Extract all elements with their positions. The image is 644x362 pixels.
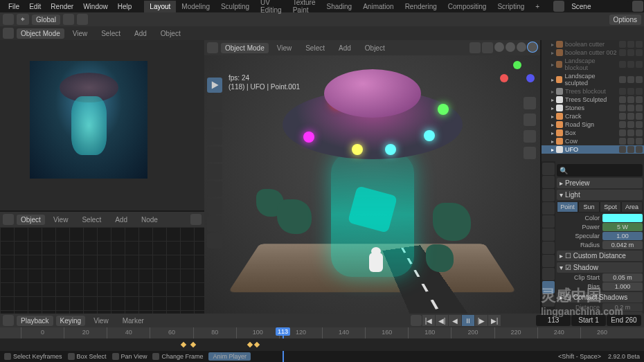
radius-value[interactable]: 0.042 m [602,241,643,249]
ws-tab-modeling[interactable]: Modeling [176,1,215,12]
global-dropdown[interactable]: Global [32,15,60,25]
sel-toggle-icon[interactable] [627,113,634,120]
sel-toggle-icon[interactable] [627,49,634,56]
shadow-header[interactable]: ▾ ☑ Shadow [557,262,643,273]
light-type-area[interactable]: Area [621,201,643,212]
render-preview-viewport[interactable] [0,40,204,212]
tl-menu-view[interactable]: View [88,315,114,327]
vp-menu-object-l[interactable]: Object [155,28,186,39]
preview-panel-header[interactable]: ▸ Preview [557,178,643,188]
vis-toggle-icon[interactable] [619,41,626,48]
select-tool-icon[interactable] [207,95,222,110]
outliner-item[interactable]: ▸Cow [542,137,644,145]
ptab-modifier-icon[interactable] [542,242,555,254]
bias-value[interactable]: 1.000 [602,282,643,291]
start-frame-field[interactable]: Start 1 [571,315,606,326]
camera-icon[interactable] [524,130,536,143]
node-editor-grid[interactable] [0,227,204,314]
persp-icon[interactable] [524,147,536,159]
ne-menu-add[interactable]: Add [109,214,133,226]
pan-icon[interactable] [524,114,536,126]
sel-toggle-icon[interactable] [627,129,634,136]
vis-toggle-icon[interactable] [619,96,626,103]
render-toggle-icon[interactable] [636,121,643,128]
vp-menu-select-l[interactable]: Select [96,28,126,39]
custom-distance-header[interactable]: ▸ ☐ Custom Distance [557,251,643,261]
cursor-icon[interactable] [3,14,14,25]
vp-menu-add[interactable]: Add [333,42,357,54]
keyframe[interactable] [254,342,260,347]
ptab-render-icon[interactable] [542,163,555,175]
playback-dropdown[interactable]: Playback [17,316,53,326]
sel-toggle-icon[interactable] [627,96,634,103]
annotate-tool-icon[interactable] [207,199,222,214]
tl-editor-icon[interactable] [3,315,14,326]
menu-file[interactable]: File [4,1,24,12]
outliner-item[interactable]: ▸Landscape blockout [542,57,644,72]
sel-toggle-icon[interactable] [627,61,634,68]
end-frame-field[interactable]: End 260 [607,315,641,326]
render-toggle-icon[interactable] [636,96,643,103]
vp-menu-select[interactable]: Select [300,42,330,54]
ws-tab-scripting[interactable]: Scripting [492,1,530,12]
sel-toggle-icon[interactable] [627,121,634,128]
viewport-main[interactable]: Object Mode View Select Add Object fps: … [204,40,540,314]
outliner-item[interactable]: ▸Crack [542,112,644,120]
ws-tab-texpaint[interactable]: Texture Paint [287,0,321,16]
outliner-item[interactable]: ▸Trees blockout [542,87,644,96]
outliner-item[interactable]: ▸Stones [542,104,644,112]
zoom-icon[interactable] [524,97,536,109]
menu-edit[interactable]: Edit [25,1,45,12]
viewlayer-icon[interactable] [632,1,643,12]
sel-toggle-icon[interactable] [627,88,634,95]
prev-kf-icon[interactable]: ◀| [436,315,448,326]
scale-tool-icon[interactable] [207,164,222,179]
next-kf-icon[interactable]: |▶ [475,315,488,326]
sel-toggle-icon[interactable] [627,146,634,153]
vis-toggle-icon[interactable] [619,49,626,56]
proportional-icon[interactable] [77,14,88,25]
rotate-tool-icon[interactable] [207,147,222,162]
snap-icon[interactable] [63,14,74,25]
render-toggle-icon[interactable] [636,88,643,95]
menu-window[interactable]: Window [79,1,112,12]
ptab-viewlayer-icon[interactable] [542,189,555,201]
render-toggle-icon[interactable] [636,76,643,83]
keyframe[interactable] [190,342,196,347]
light-panel-header[interactable]: ▾ Light [557,190,643,200]
options-dropdown[interactable]: Options [609,15,641,25]
power-value[interactable]: 5 W [602,223,643,231]
render-toggle-icon[interactable] [636,105,643,111]
tl-menu-marker[interactable]: Marker [117,315,150,327]
render-toggle-icon[interactable] [636,49,643,56]
vp-menu-object[interactable]: Object [359,42,391,54]
outliner-item[interactable]: ▸boolean cutter [542,40,644,48]
light-type-spot[interactable]: Spot [600,201,621,212]
cursor-tool-icon[interactable] [207,112,222,127]
render-toggle-icon[interactable] [636,113,643,120]
outliner-item[interactable]: ▸boolean cutter 002 [542,48,644,57]
solid-shading-icon[interactable] [506,42,515,52]
render-toggle-icon[interactable] [636,61,643,68]
sel-toggle-icon[interactable] [627,41,634,48]
transform-tool-icon[interactable] [207,181,222,197]
matprev-shading-icon[interactable] [517,42,526,52]
vp-menu-view[interactable]: View [271,42,298,54]
ptab-output-icon[interactable] [542,176,555,188]
play-tool-icon[interactable] [207,78,222,93]
vis-toggle-icon[interactable] [619,88,626,95]
menu-render[interactable]: Render [46,1,78,12]
specular-value[interactable]: 1.00 [602,232,643,240]
ptab-data-icon[interactable] [542,281,555,293]
vp-editor-type-icon[interactable] [207,42,218,53]
current-frame-field[interactable]: 113 [536,315,571,326]
outliner-item[interactable]: ▸Landscape sculpted [542,72,644,87]
vis-toggle-icon[interactable] [619,129,626,136]
xray-toggle-icon[interactable] [482,42,493,53]
ws-tab-uv[interactable]: UV Editing [255,0,287,16]
pause-icon[interactable]: ⏸ [462,315,474,326]
ptab-world-icon[interactable] [542,215,555,228]
measure-tool-icon[interactable] [207,216,222,231]
keying-dropdown[interactable]: Keying [56,316,86,326]
clipstart-value[interactable]: 0.05 m [602,273,643,282]
